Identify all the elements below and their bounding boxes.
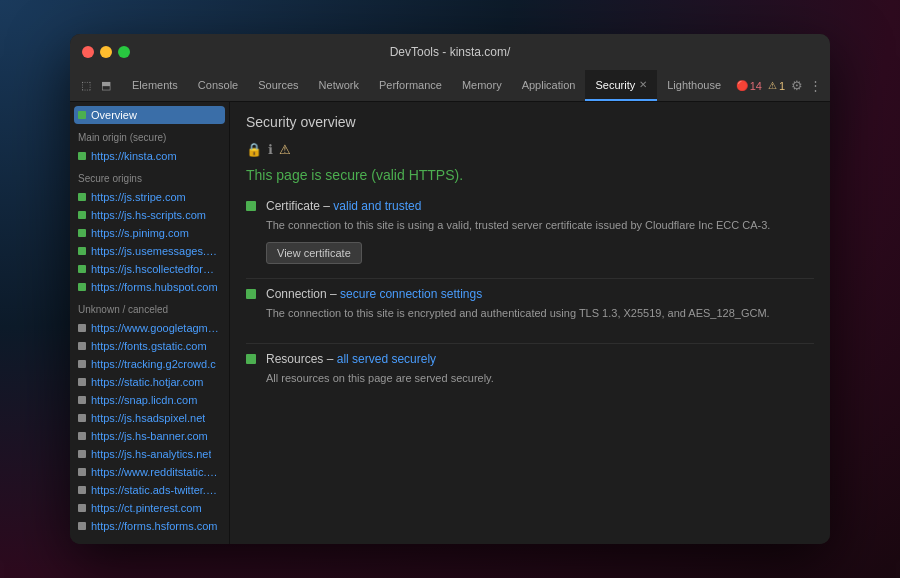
sidebar-origin-linkedin[interactable]: https://snap.licdn.com — [70, 391, 229, 409]
sidebar-origin-pinterest[interactable]: https://ct.pinterest.com — [70, 499, 229, 517]
sidebar-origin-hubspot[interactable]: https://forms.hubspot.com — [70, 278, 229, 296]
sidebar-secure-origins-label: Secure origins — [70, 165, 229, 188]
tab-network[interactable]: Network — [309, 70, 369, 101]
sidebar-origin-usemessages[interactable]: https://js.usemessages.com — [70, 242, 229, 260]
minimize-button[interactable] — [100, 46, 112, 58]
sidebar-main-origin-label: Main origin (secure) — [70, 124, 229, 147]
tab-close-icon[interactable]: ✕ — [639, 79, 647, 90]
resources-indicator — [246, 354, 256, 364]
sidebar-origin-pinimg[interactable]: https://s.pinimg.com — [70, 224, 229, 242]
certificate-section: Certificate – valid and trusted The conn… — [246, 199, 814, 264]
dot-linkedin — [78, 396, 86, 404]
origin-secure-dot — [78, 152, 86, 160]
resources-content: Resources – all served securely All reso… — [266, 352, 814, 395]
sidebar-origin-hsanalytics[interactable]: https://js.hs-analytics.net — [70, 445, 229, 463]
connection-indicator — [246, 289, 256, 299]
secure-message: This page is secure (valid HTTPS). — [246, 167, 814, 183]
dot-hscollected — [78, 265, 86, 273]
tab-memory[interactable]: Memory — [452, 70, 512, 101]
dot-g2crowd — [78, 360, 86, 368]
error-badge: 🔴 14 — [736, 80, 762, 92]
sidebar-origin-hotjar[interactable]: https://static.hotjar.com — [70, 373, 229, 391]
sidebar-unknown-label: Unknown / canceled — [70, 296, 229, 319]
warning-badge: ⚠ 1 — [768, 80, 785, 92]
info-icon[interactable]: ℹ — [268, 142, 273, 157]
more-options-icon[interactable]: ⋮ — [809, 78, 822, 93]
settings-icon[interactable]: ⚙ — [791, 78, 803, 93]
close-button[interactable] — [82, 46, 94, 58]
devtools-window: DevTools - kinsta.com/ ⬚ ⬒ Elements Cons… — [70, 34, 830, 544]
sidebar-origin-hsbanner[interactable]: https://js.hs-banner.com — [70, 427, 229, 445]
dot-hsbanner — [78, 432, 86, 440]
tab-sources[interactable]: Sources — [248, 70, 308, 101]
dot-gtm — [78, 324, 86, 332]
secure-indicator — [78, 111, 86, 119]
sidebar-origin-hsscripts[interactable]: https://js.hs-scripts.com — [70, 206, 229, 224]
connection-section: Connection – secure connection settings … — [246, 287, 814, 330]
devtools-nav-icons: ⬚ ⬒ — [78, 70, 122, 101]
tab-security[interactable]: Security ✕ — [585, 70, 657, 101]
window-title: DevTools - kinsta.com/ — [390, 45, 511, 59]
tab-application[interactable]: Application — [512, 70, 586, 101]
tab-lighthouse[interactable]: Lighthouse — [657, 70, 731, 101]
main-area: Overview Main origin (secure) https://ki… — [70, 102, 830, 544]
title-bar: DevTools - kinsta.com/ — [70, 34, 830, 70]
tab-elements[interactable]: Elements — [122, 70, 188, 101]
sidebar-origin-hsadspixel[interactable]: https://js.hsadspixel.net — [70, 409, 229, 427]
secure-lock-icon: 🔒 — [246, 142, 262, 157]
dot-twitter — [78, 486, 86, 494]
dot-hotjar — [78, 378, 86, 386]
dot-reddit — [78, 468, 86, 476]
dot-hubspot — [78, 283, 86, 291]
divider-2 — [246, 343, 814, 344]
sidebar-item-overview[interactable]: Overview — [74, 106, 225, 124]
sidebar-origin-gtm[interactable]: https://www.googletagmana — [70, 319, 229, 337]
sidebar: Overview Main origin (secure) https://ki… — [70, 102, 230, 544]
sidebar-main-origin[interactable]: https://kinsta.com — [70, 147, 229, 165]
dot-usemessages — [78, 247, 86, 255]
dot-stripe — [78, 193, 86, 201]
tab-bar: ⬚ ⬒ Elements Console Sources Network Per… — [70, 70, 830, 102]
tab-console[interactable]: Console — [188, 70, 248, 101]
traffic-lights — [82, 46, 130, 58]
device-icon[interactable]: ⬒ — [98, 77, 114, 94]
page-title: Security overview — [246, 114, 356, 130]
certificate-title: Certificate – valid and trusted — [266, 199, 814, 213]
certificate-content: Certificate – valid and trusted The conn… — [266, 199, 814, 264]
resources-title: Resources – all served securely — [266, 352, 814, 366]
dot-hsforms — [78, 522, 86, 530]
sidebar-origin-g2crowd[interactable]: https://tracking.g2crowd.c — [70, 355, 229, 373]
dot-hsscripts — [78, 211, 86, 219]
dot-pinimg — [78, 229, 86, 237]
resources-section: Resources – all served securely All reso… — [246, 352, 814, 395]
tab-bar-right: 🔴 14 ⚠ 1 ⚙ ⋮ — [736, 70, 830, 101]
inspect-icon[interactable]: ⬚ — [78, 77, 94, 94]
connection-desc: The connection to this site is encrypted… — [266, 305, 814, 322]
sidebar-origin-fonts[interactable]: https://fonts.gstatic.com — [70, 337, 229, 355]
connection-content: Connection – secure connection settings … — [266, 287, 814, 330]
content-header: Security overview — [246, 114, 814, 130]
header-icons: 🔒 ℹ ⚠ — [246, 142, 814, 157]
sidebar-origin-reddit[interactable]: https://www.redditstatic.cor — [70, 463, 229, 481]
sidebar-origin-hsforms[interactable]: https://forms.hsforms.com — [70, 517, 229, 535]
tab-performance[interactable]: Performance — [369, 70, 452, 101]
sidebar-origin-stripe[interactable]: https://js.stripe.com — [70, 188, 229, 206]
certificate-indicator — [246, 201, 256, 211]
maximize-button[interactable] — [118, 46, 130, 58]
dot-hsadspixel — [78, 414, 86, 422]
content-panel: Security overview 🔒 ℹ ⚠ This page is sec… — [230, 102, 830, 544]
view-certificate-button[interactable]: View certificate — [266, 242, 362, 264]
sidebar-origin-twitter[interactable]: https://static.ads-twitter.cor — [70, 481, 229, 499]
warning-icon[interactable]: ⚠ — [279, 142, 291, 157]
resources-desc: All resources on this page are served se… — [266, 370, 814, 387]
sidebar-origin-hscollected[interactable]: https://js.hscollectedforms.n — [70, 260, 229, 278]
divider-1 — [246, 278, 814, 279]
certificate-desc: The connection to this site is using a v… — [266, 217, 814, 234]
dot-pinterest — [78, 504, 86, 512]
dot-fonts — [78, 342, 86, 350]
connection-title: Connection – secure connection settings — [266, 287, 814, 301]
dot-hsanalytics — [78, 450, 86, 458]
